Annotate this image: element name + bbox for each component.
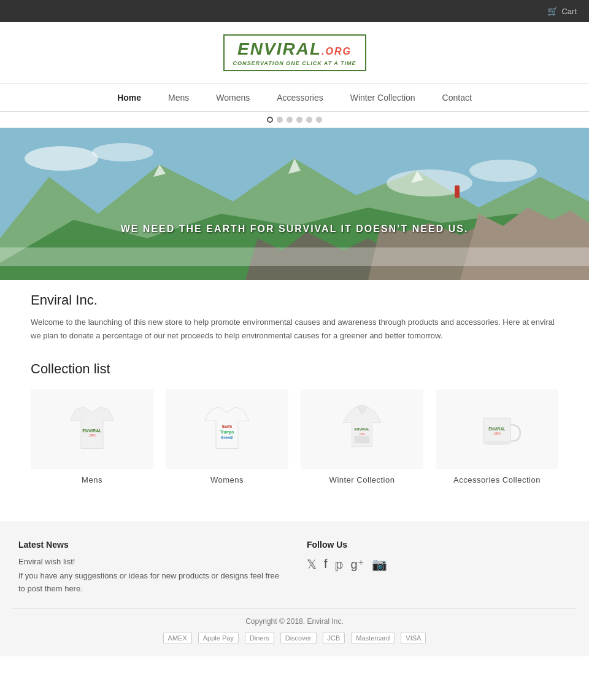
- payment-diners: Diners: [245, 632, 274, 644]
- social-icons: 𝕏 f 𝕡 g⁺ 📷: [307, 557, 571, 572]
- news-body: If you have any suggestions or ideas for…: [18, 570, 282, 596]
- nav-home[interactable]: Home: [104, 84, 155, 111]
- hero-banner: WE NEED THE EARTH FOR SURVIVAL IT DOESN’…: [0, 128, 589, 280]
- footer-social: Follow Us 𝕏 f 𝕡 g⁺ 📷: [307, 540, 571, 596]
- twitter-icon[interactable]: 𝕏: [307, 557, 317, 572]
- collection-title: Collection list: [31, 361, 558, 377]
- collection-accessories-label: Accessories Collection: [436, 475, 558, 484]
- svg-point-10: [92, 143, 153, 161]
- svg-text:ENVIRAL: ENVIRAL: [488, 427, 506, 431]
- nav-inner: Home Mens Womens Accessories Winter Coll…: [0, 84, 589, 111]
- logo[interactable]: ENVIRAL.ORG CONSERVATION ONE CLICK AT A …: [223, 34, 366, 71]
- svg-text:Greed!: Greed!: [221, 435, 233, 440]
- svg-text:.ORG: .ORG: [359, 432, 365, 435]
- dot-6[interactable]: [316, 117, 322, 123]
- payment-visa: VISA: [401, 632, 426, 644]
- instagram-icon[interactable]: 📷: [372, 557, 387, 572]
- google-plus-icon[interactable]: g⁺: [351, 557, 364, 572]
- svg-text:ENVIRAL: ENVIRAL: [354, 428, 370, 432]
- payment-amex: AMEX: [163, 632, 192, 644]
- svg-point-12: [469, 160, 537, 182]
- dot-4[interactable]: [296, 117, 302, 123]
- payment-applepay: Apple Pay: [198, 632, 239, 644]
- svg-point-11: [387, 169, 472, 196]
- payment-discover: Discover: [280, 632, 317, 644]
- nav-contact[interactable]: Contact: [429, 84, 485, 111]
- svg-text:Earth: Earth: [222, 424, 232, 429]
- payment-jcb: JCB: [323, 632, 345, 644]
- hero-quote: WE NEED THE EARTH FOR SURVIVAL IT DOESN’…: [121, 224, 469, 235]
- company-title: Enviral Inc.: [31, 292, 558, 308]
- dot-3[interactable]: [287, 117, 293, 123]
- slider-dots: [0, 112, 589, 128]
- top-bar: 🛒 Cart: [0, 0, 589, 22]
- main-content: Enviral Inc. Welcome to the launching of…: [18, 292, 571, 484]
- collection-womens-image: Earth Trumps Greed!: [166, 389, 288, 469]
- dot-5[interactable]: [306, 117, 312, 123]
- logo-tagline: CONSERVATION ONE CLICK AT A TIME: [233, 60, 356, 66]
- collection-mens-label: Mens: [31, 475, 153, 484]
- collection-womens-label: Womens: [166, 475, 288, 484]
- collection-accessories-image: ENVIRAL .ORG: [436, 389, 558, 469]
- nav-mens[interactable]: Mens: [155, 84, 202, 111]
- latest-news-title: Latest News: [18, 540, 282, 550]
- copyright: Copyright © 2018, Enviral Inc. AMEX Appl…: [12, 608, 577, 644]
- cart-link[interactable]: Cart: [561, 7, 577, 16]
- svg-rect-13: [0, 247, 589, 266]
- collection-winter-label: Winter Collection: [301, 475, 423, 484]
- svg-marker-5: [460, 208, 589, 280]
- payment-mastercard: Mastercard: [351, 632, 395, 644]
- svg-text:.ORG: .ORG: [88, 434, 96, 437]
- dot-2[interactable]: [277, 117, 283, 123]
- nav-accessories[interactable]: Accessories: [263, 84, 336, 111]
- follow-us-title: Follow Us: [307, 540, 571, 550]
- collection-mens[interactable]: ENVIRAL .ORG Mens: [31, 389, 153, 484]
- pinterest-icon[interactable]: 𝕡: [335, 557, 344, 572]
- svg-rect-22: [355, 436, 370, 443]
- collection-winter[interactable]: ENVIRAL .ORG Winter Collection: [301, 389, 423, 484]
- news-headline-link[interactable]: Enviral wish list!: [18, 557, 282, 566]
- dot-1[interactable]: [267, 117, 273, 123]
- svg-point-28: [483, 441, 511, 445]
- nav-winter-collection[interactable]: Winter Collection: [337, 84, 429, 111]
- cart-icon: 🛒: [547, 6, 558, 16]
- facebook-icon[interactable]: f: [324, 557, 328, 572]
- collection-winter-image: ENVIRAL .ORG: [301, 389, 423, 469]
- copyright-text: Copyright © 2018, Enviral Inc.: [245, 617, 344, 626]
- logo-area: ENVIRAL.ORG CONSERVATION ONE CLICK AT A …: [0, 22, 589, 77]
- main-nav: Home Mens Womens Accessories Winter Coll…: [0, 84, 589, 112]
- footer-inner: Latest News Enviral wish list! If you ha…: [18, 540, 571, 596]
- logo-text: ENVIRAL.ORG: [237, 39, 352, 58]
- svg-point-9: [25, 146, 98, 171]
- collection-grid: ENVIRAL .ORG Mens Earth Trumps Greed! Wo…: [31, 389, 558, 484]
- svg-text:Trumps: Trumps: [220, 430, 234, 435]
- footer: Latest News Enviral wish list! If you ha…: [0, 521, 589, 656]
- nav-womens[interactable]: Womens: [202, 84, 263, 111]
- collection-accessories[interactable]: ENVIRAL .ORG Accessories Collection: [436, 389, 558, 484]
- collection-mens-image: ENVIRAL .ORG: [31, 389, 153, 469]
- svg-text:.ORG: .ORG: [493, 432, 501, 435]
- hero-figure: [455, 185, 460, 198]
- collection-womens[interactable]: Earth Trumps Greed! Womens: [166, 389, 288, 484]
- company-description: Welcome to the launching of this new sto…: [31, 316, 558, 343]
- svg-text:ENVIRAL: ENVIRAL: [82, 428, 102, 434]
- payment-icons: AMEX Apple Pay Diners Discover JCB Maste…: [12, 632, 577, 644]
- footer-news: Latest News Enviral wish list! If you ha…: [18, 540, 282, 596]
